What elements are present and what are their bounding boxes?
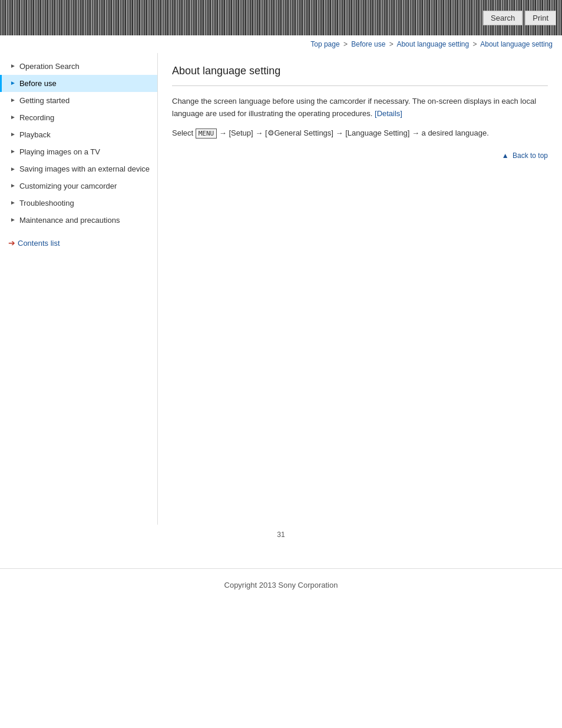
arrow-icon: ► (10, 80, 16, 86)
header-bar: Search Print (0, 0, 562, 35)
sidebar-item-playback[interactable]: ► Playback (0, 126, 157, 143)
arrow-icon: ► (10, 182, 16, 189)
arrow-icon: ► (10, 62, 16, 69)
breadcrumb-sep-2: > (389, 40, 394, 48)
back-to-top-label: Back to top (513, 151, 548, 160)
details-link[interactable]: [Details] (375, 109, 402, 118)
sidebar-item-maintenance[interactable]: ► Maintenance and precautions (0, 212, 157, 229)
breadcrumb-about-language-current[interactable]: About language setting (480, 40, 553, 48)
sidebar-item-recording[interactable]: ► Recording (0, 109, 157, 126)
contents-list-label: Contents list (18, 239, 60, 248)
sidebar-item-customizing[interactable]: ► Customizing your camcorder (0, 177, 157, 195)
sidebar-item-label: Saving images with an external device (19, 164, 150, 173)
sidebar-item-getting-started[interactable]: ► Getting started (0, 92, 157, 109)
print-button[interactable]: Print (525, 11, 556, 25)
sidebar-item-label: Troubleshooting (19, 199, 74, 207)
sidebar-item-label: Playback (19, 130, 51, 139)
back-to-top: ▲ Back to top (172, 151, 548, 160)
sidebar: ► Operation Search ► Before use ► Gettin… (0, 53, 158, 525)
page-number: 31 (0, 525, 562, 545)
sidebar-item-playing-images-tv[interactable]: ► Playing images on a TV (0, 143, 157, 160)
arrow-icon: ► (10, 216, 16, 223)
footer: Copyright 2013 Sony Corporation (0, 568, 562, 601)
page-title: About language setting (172, 65, 548, 77)
instruction-line: Select MENU → [Setup] → [⚙General Settin… (172, 127, 548, 140)
arrow-icon: ► (10, 114, 16, 120)
sidebar-item-label: Getting started (19, 96, 70, 105)
content-description: Change the screen language before using … (172, 95, 548, 120)
arrow-icon: ► (10, 131, 16, 137)
contents-arrow-icon: ➔ (8, 238, 15, 248)
sidebar-item-troubleshooting[interactable]: ► Troubleshooting (0, 195, 157, 212)
breadcrumb-top-page[interactable]: Top page (310, 40, 339, 48)
content-area: About language setting Change the screen… (158, 53, 562, 525)
sidebar-item-label: Recording (19, 113, 54, 122)
back-to-top-icon: ▲ (502, 151, 509, 160)
arrow-icon: ► (10, 199, 16, 206)
breadcrumb-before-use[interactable]: Before use (351, 40, 385, 48)
sidebar-item-label: Maintenance and precautions (19, 216, 120, 225)
search-button[interactable]: Search (483, 11, 523, 25)
sidebar-item-before-use[interactable]: ► Before use (0, 75, 157, 92)
sidebar-item-operation-search[interactable]: ► Operation Search (0, 58, 157, 75)
sidebar-item-label: Before use (19, 79, 57, 88)
description-text: Change the screen language before using … (172, 97, 536, 118)
arrow-icon: ► (10, 97, 16, 103)
sidebar-item-label: Customizing your camcorder (19, 182, 117, 190)
sidebar-item-label: Operation Search (19, 62, 80, 71)
breadcrumb-about-language[interactable]: About language setting (396, 40, 469, 48)
sidebar-item-saving-images[interactable]: ► Saving images with an external device (0, 160, 157, 177)
copyright-text: Copyright 2013 Sony Corporation (224, 581, 338, 589)
page-title-section: About language setting (172, 65, 548, 86)
menu-key: MENU (196, 129, 217, 139)
sidebar-item-label: Playing images on a TV (19, 147, 100, 156)
arrow-icon: ► (10, 148, 16, 154)
contents-list-link[interactable]: ➔ Contents list (0, 232, 157, 253)
arrow-icon: ► (10, 166, 16, 172)
breadcrumb-sep-3: > (473, 40, 477, 48)
breadcrumb-sep-1: > (343, 40, 348, 48)
main-layout: ► Operation Search ► Before use ► Gettin… (0, 53, 562, 525)
back-to-top-link[interactable]: ▲ Back to top (502, 151, 548, 160)
breadcrumb: Top page > Before use > About language s… (0, 35, 562, 53)
